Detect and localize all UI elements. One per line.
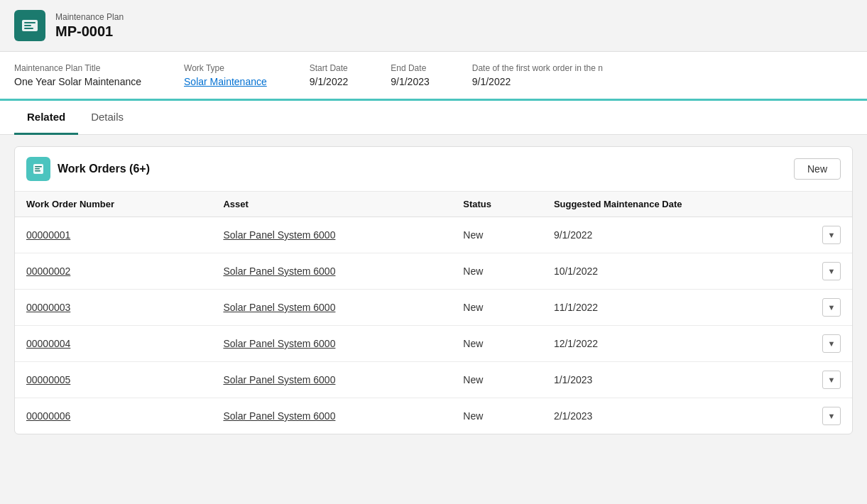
work-order-number-link[interactable]: 00000002: [15, 253, 212, 290]
field-label: Date of the first work order in the n: [472, 63, 603, 73]
field-group: Start Date9/1/2022: [310, 63, 349, 87]
row-actions-cell: ▼: [811, 362, 852, 398]
suggested-date-cell: 12/1/2022: [542, 326, 811, 362]
row-actions-cell: ▼: [811, 398, 852, 434]
work-order-number-link[interactable]: 00000004: [15, 326, 212, 362]
panel-header-left: Work Orders (6+): [26, 157, 150, 181]
panel-title: Work Orders (6+): [58, 163, 150, 175]
work-order-number-link[interactable]: 00000003: [15, 290, 212, 326]
table-row: 00000001Solar Panel System 6000New9/1/20…: [15, 217, 852, 253]
work-order-number-link[interactable]: 00000001: [15, 217, 212, 253]
header-title: MP-0001: [55, 23, 124, 40]
column-header: Suggested Maintenance Date: [542, 192, 811, 217]
suggested-date-cell: 1/1/2023: [542, 362, 811, 398]
status-cell: New: [452, 290, 542, 326]
asset-link[interactable]: Solar Panel System 6000: [212, 253, 452, 290]
suggested-date-cell: 2/1/2023: [542, 398, 811, 434]
work-orders-icon: [26, 157, 50, 181]
work-order-number-link[interactable]: 00000006: [15, 398, 212, 434]
field-label: Maintenance Plan Title: [14, 63, 141, 73]
tab-details[interactable]: Details: [78, 101, 136, 135]
new-work-order-button[interactable]: New: [794, 158, 841, 180]
table-row: 00000003Solar Panel System 6000New11/1/2…: [15, 290, 852, 326]
asset-link[interactable]: Solar Panel System 6000: [212, 326, 452, 362]
suggested-date-cell: 10/1/2022: [542, 253, 811, 290]
record-fields-bar: Maintenance Plan TitleOne Year Solar Mai…: [0, 52, 867, 101]
row-dropdown-button[interactable]: ▼: [822, 334, 841, 353]
header-text: Maintenance Plan MP-0001: [55, 12, 124, 40]
suggested-date-cell: 11/1/2022: [542, 290, 811, 326]
column-header-actions: [811, 192, 852, 217]
field-group: Work TypeSolar Maintenance: [184, 63, 267, 87]
row-dropdown-button[interactable]: ▼: [822, 407, 841, 425]
row-dropdown-button[interactable]: ▼: [822, 298, 841, 317]
field-group: Date of the first work order in the n9/1…: [472, 63, 603, 87]
work-orders-table: Work Order NumberAssetStatusSuggested Ma…: [15, 192, 852, 434]
asset-link[interactable]: Solar Panel System 6000: [212, 362, 452, 398]
field-label: End Date: [391, 63, 430, 73]
svg-rect-3: [24, 28, 33, 29]
suggested-date-cell: 9/1/2022: [542, 217, 811, 253]
work-order-number-link[interactable]: 00000005: [15, 362, 212, 398]
header-subtitle: Maintenance Plan: [55, 12, 124, 22]
svg-rect-2: [24, 25, 31, 26]
row-actions-cell: ▼: [811, 217, 852, 253]
status-cell: New: [452, 253, 542, 290]
field-label: Work Type: [184, 63, 267, 73]
status-cell: New: [452, 217, 542, 253]
column-header: Status: [452, 192, 542, 217]
row-actions-cell: ▼: [811, 326, 852, 362]
field-value: 9/1/2023: [391, 76, 430, 87]
field-value: One Year Solar Maintenance: [14, 76, 141, 87]
field-group: End Date9/1/2023: [391, 63, 430, 87]
field-value: 9/1/2022: [472, 76, 603, 87]
tabs-bar: RelatedDetails: [0, 101, 867, 135]
status-cell: New: [452, 398, 542, 434]
field-value[interactable]: Solar Maintenance: [184, 76, 267, 87]
row-actions-cell: ▼: [811, 253, 852, 290]
svg-rect-1: [24, 22, 36, 23]
row-dropdown-button[interactable]: ▼: [822, 371, 841, 389]
main-content: Work Orders (6+) New Work Order NumberAs…: [0, 135, 867, 446]
field-group: Maintenance Plan TitleOne Year Solar Mai…: [14, 63, 141, 87]
field-value: 9/1/2022: [310, 76, 349, 87]
row-actions-cell: ▼: [811, 290, 852, 326]
column-header: Asset: [212, 192, 452, 217]
column-header: Work Order Number: [15, 192, 212, 217]
status-cell: New: [452, 362, 542, 398]
asset-link[interactable]: Solar Panel System 6000: [212, 398, 452, 434]
table-row: 00000004Solar Panel System 6000New12/1/2…: [15, 326, 852, 362]
tab-related[interactable]: Related: [14, 101, 78, 135]
row-dropdown-button[interactable]: ▼: [822, 262, 841, 280]
table-row: 00000005Solar Panel System 6000New1/1/20…: [15, 362, 852, 398]
table-row: 00000006Solar Panel System 6000New2/1/20…: [15, 398, 852, 434]
app-icon: [14, 10, 45, 41]
row-dropdown-button[interactable]: ▼: [822, 226, 841, 244]
page-header: Maintenance Plan MP-0001: [0, 0, 867, 52]
svg-rect-7: [35, 170, 40, 172]
status-cell: New: [452, 326, 542, 362]
table-row: 00000002Solar Panel System 6000New10/1/2…: [15, 253, 852, 290]
work-orders-panel: Work Orders (6+) New Work Order NumberAs…: [14, 146, 853, 434]
asset-link[interactable]: Solar Panel System 6000: [212, 217, 452, 253]
panel-header: Work Orders (6+) New: [15, 147, 852, 192]
field-label: Start Date: [310, 63, 349, 73]
svg-rect-5: [35, 166, 42, 168]
svg-rect-6: [35, 168, 40, 170]
asset-link[interactable]: Solar Panel System 6000: [212, 290, 452, 326]
